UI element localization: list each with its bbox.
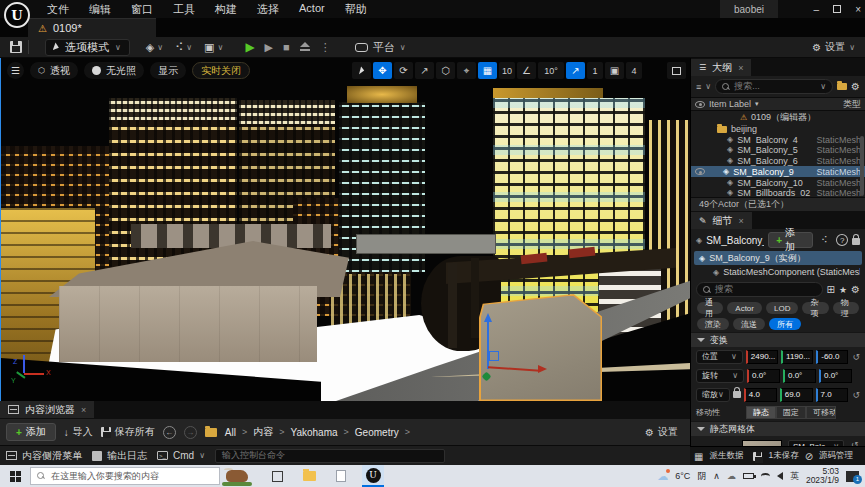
filter-chip[interactable]: 通用 (697, 302, 723, 314)
taskbar-search-input[interactable]: 在这里输入你要搜索的内容 (30, 467, 220, 485)
rotation-snap-toggle[interactable]: ∠ (517, 62, 536, 79)
menu-select[interactable]: 选择 (248, 0, 288, 19)
cmd-dropdown[interactable]: >_ Cmd ∨ (157, 450, 205, 461)
level-tab[interactable]: ⚠ 0109* (28, 18, 156, 37)
add-component-button[interactable]: + 添加 (768, 232, 812, 248)
task-view-button[interactable] (266, 465, 288, 487)
ox-mascot-icon[interactable] (222, 466, 252, 486)
content-drawer-button[interactable]: 内容侧滑菜单 (6, 449, 82, 463)
unreal-app-button[interactable]: U (362, 465, 384, 487)
close-icon[interactable]: × (81, 405, 86, 415)
view-mode-dropdown[interactable]: 无光照 (84, 62, 144, 79)
filter-chip[interactable]: LOD (766, 302, 798, 314)
unsaved-label[interactable]: 1未保存 (768, 450, 798, 462)
filter-chip-all-active[interactable]: 所有 (769, 318, 801, 330)
gizmo-y-handle[interactable] (482, 372, 492, 382)
display-options-icon[interactable]: ⊞ (827, 284, 835, 295)
taskbar-clock[interactable]: 5:03 2023/1/9 (806, 467, 839, 485)
gizmo-z-axis[interactable] (487, 321, 489, 369)
output-log-button[interactable]: 输出日志 (92, 449, 147, 463)
grid-snap-toggle[interactable]: ▦ (478, 62, 497, 79)
rotate-tool[interactable]: ⟳ (394, 62, 413, 79)
menu-help[interactable]: 帮助 (336, 0, 376, 19)
menu-file[interactable]: 文件 (38, 0, 78, 19)
reset-location-icon[interactable]: ↺ (852, 352, 860, 362)
blueprint-convert-icon[interactable]: ⠪ (817, 233, 833, 247)
viewport-maximize-button[interactable] (667, 62, 686, 79)
gizmo-x-axis[interactable] (488, 366, 540, 372)
outliner-row-selected[interactable]: ◈ SM_Balcony_9 StaticMesh (691, 166, 865, 177)
scale-y-field[interactable]: 69.0 (780, 388, 813, 402)
gear-icon[interactable]: ⚙ (851, 81, 860, 92)
tray-expand-icon[interactable]: ∧ (713, 471, 720, 481)
outliner-root-row[interactable]: ⚠ 0109（编辑器） (691, 111, 865, 123)
gear-icon[interactable]: ⚙ (851, 284, 860, 295)
menu-window[interactable]: 窗口 (122, 0, 162, 19)
frame-skip-button[interactable]: ▶ (265, 41, 273, 54)
blueprints-dropdown[interactable]: ⠪∨ (175, 41, 192, 54)
camera-speed-button[interactable]: ▣ (605, 62, 624, 79)
breadcrumb-geometry[interactable]: Geometry (355, 427, 399, 438)
world-local-toggle[interactable]: ⬡ (436, 62, 455, 79)
breadcrumb-content[interactable]: 内容 (253, 425, 273, 439)
source-control-label[interactable]: 源码管理 (819, 450, 853, 462)
column-item-label[interactable]: Item Label (709, 99, 751, 109)
viewport-menu-button[interactable]: ☰ (7, 62, 24, 79)
maximize-button[interactable] (833, 5, 841, 13)
location-x-field[interactable]: 2490... (746, 350, 778, 364)
select-tool[interactable] (352, 62, 371, 79)
temperature-label[interactable]: 6°C (675, 471, 690, 481)
volume-icon[interactable] (777, 472, 783, 480)
filter-icon[interactable]: ≡ (696, 82, 701, 92)
filter-chip[interactable]: 流送 (733, 318, 765, 330)
favorites-icon[interactable]: ★ (839, 285, 847, 295)
close-icon[interactable]: × (739, 216, 744, 226)
rotation-x-field[interactable]: 0.0° (747, 369, 780, 383)
outliner-row[interactable]: ◈ SM_Balcony_10 StaticMesh (691, 177, 865, 188)
scale-snap-value[interactable]: 1 (587, 62, 603, 79)
column-type[interactable]: 类型 (843, 98, 861, 111)
mobility-movable[interactable]: 可移动 (806, 406, 836, 419)
add-content-button[interactable]: + 添加 (6, 423, 56, 441)
platforms-dropdown[interactable]: 平台 ∨ (355, 40, 406, 55)
editor-settings-dropdown[interactable]: ⚙ 设置 ∨ (812, 40, 865, 54)
scale-lock-icon[interactable] (733, 391, 741, 398)
import-button[interactable]: ↓ 导入 (64, 425, 93, 439)
tab-content-browser[interactable]: 内容浏览器 × (0, 401, 94, 418)
new-folder-icon[interactable] (837, 83, 847, 90)
reset-scale-icon[interactable]: ↺ (852, 390, 860, 400)
network-icon[interactable] (761, 473, 770, 480)
close-icon[interactable]: × (738, 63, 743, 73)
rotation-y-field[interactable]: 0.0° (783, 369, 816, 383)
menu-build[interactable]: 构建 (206, 0, 246, 19)
outliner-row[interactable]: ◈ SM_Balcony_6 StaticMesh (691, 155, 865, 166)
close-button[interactable]: × (855, 4, 861, 15)
move-tool[interactable]: ✥ (373, 62, 392, 79)
rotation-dropdown[interactable]: 旋转∨ (696, 369, 744, 383)
menu-tools[interactable]: 工具 (164, 0, 204, 19)
staticmesh-section-header[interactable]: 静态网格体 (691, 421, 865, 436)
menu-edit[interactable]: 编辑 (80, 0, 120, 19)
breadcrumb-yakohama[interactable]: Yakohama (291, 427, 338, 438)
outliner-row[interactable]: ◈ SM_Balcony_4 StaticMesh (691, 135, 865, 144)
weather-icon[interactable]: ☁ (657, 470, 668, 483)
rotation-snap-value[interactable]: 10° (538, 62, 564, 79)
lock-icon[interactable] (852, 238, 860, 245)
realtime-toggle[interactable]: 实时关闭 (192, 62, 250, 79)
scale-tool[interactable]: ↗ (415, 62, 434, 79)
outliner-row[interactable]: ◈ SM_Billboards_02 StaticMesh (691, 188, 865, 197)
transform-section-header[interactable]: 变换 (691, 332, 865, 347)
tab-outliner[interactable]: ☰ 大纲 × (691, 59, 751, 76)
tab-details[interactable]: ✎ 细节 × (691, 212, 752, 229)
breadcrumb-all[interactable]: All (225, 427, 236, 438)
camera-speed-value[interactable]: 4 (626, 62, 642, 79)
surface-snap-toggle[interactable]: ⌖ (457, 62, 476, 79)
gizmo-plane-handle[interactable] (489, 351, 499, 361)
eject-button[interactable] (300, 42, 310, 52)
console-command-input[interactable]: 输入控制台命令 (215, 449, 445, 463)
battery-icon[interactable] (743, 473, 754, 479)
location-dropdown[interactable]: 位置∨ (696, 350, 743, 364)
weather-condition-label[interactable]: 阴 (697, 470, 706, 483)
outliner-folder-row[interactable]: beijing (691, 123, 865, 135)
eye-icon[interactable] (695, 168, 705, 175)
